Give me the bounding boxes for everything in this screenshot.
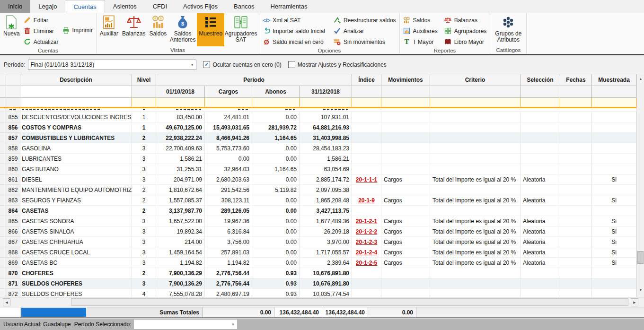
column-header-fechas[interactable]: Fechas	[560, 74, 592, 86]
tab-asientos[interactable]: Asientos	[105, 0, 145, 13]
table-row[interactable]: 855DESCUENTOS/DEVOLUCIONES INGRESOS183,4…	[0, 112, 636, 122]
column-header-criterio[interactable]: Criterio	[430, 74, 520, 86]
tab-inicio[interactable]: Inicio	[0, 0, 30, 13]
column-header-saldo-final[interactable]: 31/12/2018	[300, 86, 352, 98]
muestreo-button[interactable]: Muestreo	[197, 13, 224, 46]
column-header-descripcion[interactable]: Descripción	[20, 74, 132, 86]
balanzas-button[interactable]: Balanzas	[120, 13, 147, 46]
reporte-saldos-button[interactable]: Saldos	[401, 15, 440, 26]
table-row[interactable]: 865CASETAS SONORA31,657,522.0019,967.360…	[0, 216, 636, 226]
filter-cell-descripcion[interactable]	[20, 98, 132, 108]
table-row[interactable]: 871SUELDOS CHOFERES37,900,136.292,776,75…	[0, 278, 636, 289]
tab-herramientas[interactable]: Herramientas	[262, 0, 315, 13]
table-row[interactable]: 868CASETAS CRUCE LOCAL31,459,164.54257,8…	[0, 247, 636, 258]
table-row[interactable]: 861DIESEL3204,971.092,680,203.630.002,88…	[0, 174, 636, 185]
filter-cell-seleccion[interactable]	[520, 98, 560, 108]
table-row[interactable]: 859LUBRICANTES31,586.210.000.001,586.21	[0, 154, 636, 164]
hide-zero-accounts-checkbox[interactable]: ✓ Ocultar cuentas en cero (0)	[203, 61, 281, 68]
tab-cuentas[interactable]: Cuentas	[65, 0, 105, 13]
group-label-reportes: Reportes	[401, 47, 489, 54]
table-row[interactable]: 864CASETAS23,137,987.70289,126.050.003,4…	[0, 206, 636, 216]
scroll-down-button[interactable]: ▼	[637, 286, 644, 294]
saldos-anteriores-button[interactable]: $ Saldos Anteriores	[168, 13, 197, 46]
filter-cell-cargos[interactable]	[205, 98, 252, 108]
filter-cell-muestreada[interactable]	[592, 98, 636, 108]
reporte-libro-mayor-button[interactable]: Libro Mayor	[442, 36, 489, 47]
actualizar-button[interactable]: Actualizar	[22, 36, 61, 47]
sin-movimientos-button[interactable]: Sin movimientos	[332, 36, 398, 47]
filter-cell-fechas[interactable]	[560, 98, 592, 108]
auxiliar-button[interactable]: Auxiliar	[98, 13, 120, 46]
analizar-button[interactable]: Analizar	[332, 26, 398, 36]
filter-cell-movimientos[interactable]	[381, 98, 430, 108]
group-label-opciones: Opciones	[261, 47, 397, 54]
tab-bancos[interactable]: Bancos	[226, 0, 262, 13]
tab-cfdi[interactable]: CFDI	[145, 0, 175, 13]
reporte-agrupadores-button[interactable]: Agrupadores	[442, 26, 489, 36]
table-row[interactable]: 872SUELDOS CHOFERES47,555,078.282,480,69…	[0, 289, 636, 297]
scroll-left-button[interactable]: ◀	[3, 298, 10, 306]
chevron-down-icon: ▾	[229, 322, 237, 327]
xml-al-sat-button[interactable]: </> Xml al SAT	[261, 15, 327, 26]
saldo-inicial-en-cero-button[interactable]: Ø Saldo inicial en cero	[261, 36, 327, 47]
horizontal-scrollbar[interactable]: ◀ ▶	[0, 297, 644, 307]
column-header-abonos[interactable]: Abonos	[252, 86, 300, 98]
ribbon-group-catalogos: Grupos de Atributos Catálogos	[490, 13, 527, 54]
filter-cell-abonos[interactable]	[252, 98, 300, 108]
column-header-periodo[interactable]: Período	[156, 74, 352, 86]
tab-activos-fijos[interactable]: Activos Fijos	[175, 0, 226, 13]
nueva-button[interactable]: Nueva	[1, 13, 22, 46]
table-row[interactable]: 857COMBUSTIBLES Y LUBRICANTES222,938,222…	[0, 133, 636, 143]
table-row[interactable]: 856COSTOS Y COMPRAS149,670,125.0015,493,…	[0, 122, 636, 133]
code-tags-icon: </>	[263, 17, 270, 24]
show-adjustments-checkbox[interactable]: Mostrar Ajustes y Reclasificaciones	[288, 61, 387, 68]
horizontal-scrollbar-thumb[interactable]	[71, 298, 628, 306]
reestructurar-saldos-button[interactable]: Reestructurar saldos	[332, 15, 398, 26]
filter-cell-saldo-inicial[interactable]	[156, 98, 205, 108]
vertical-scrollbar-thumb[interactable]	[637, 251, 644, 264]
agrupadores-sat-button[interactable]: Agrupadores SAT	[224, 13, 257, 46]
grouped-documents-icon	[234, 15, 248, 29]
table-row[interactable]: 862MANTENIMIENTO EQUIPO AUTOMOTRIZ21,810…	[0, 185, 636, 195]
grupos-de-atributos-button[interactable]: Grupos de Atributos	[492, 13, 525, 46]
table-row[interactable]: 866CASETAS SINALOA319,892.346,316.840.00…	[0, 226, 636, 237]
column-header-cargos[interactable]: Cargos	[205, 86, 252, 98]
grid-header-row-1: Descripción Nivel Período Índice Movimie…	[0, 74, 636, 86]
filter-cell-criterio[interactable]	[430, 98, 520, 108]
tab-legajo[interactable]: Legajo	[30, 0, 65, 13]
table-row[interactable]: 858GASOLINA322,700,409.635,753,773.600.0…	[0, 143, 636, 154]
table-row[interactable]: 860GAS BUTANO331,255.3132,964.031,164.65…	[0, 164, 636, 174]
accounts-grid: Descripción Nivel Período Índice Movimie…	[0, 74, 636, 297]
vertical-scrollbar[interactable]: ▲ ▼	[636, 74, 644, 297]
column-header-seleccion[interactable]: Selección	[520, 74, 560, 86]
column-header-saldo-inicial[interactable]: 01/10/2018	[156, 86, 205, 98]
filter-cell-indice[interactable]	[352, 98, 381, 108]
scroll-up-button[interactable]: ▲	[637, 75, 644, 83]
column-header-nivel[interactable]: Nivel	[132, 74, 156, 86]
period-select[interactable]: Final (01/10/18-31/12/18) ▾	[28, 60, 196, 70]
scroll-right-button[interactable]: ▶	[631, 298, 638, 306]
column-header-muestreada[interactable]: Muestreada	[592, 74, 636, 86]
imprimir-button[interactable]: Imprimir	[60, 25, 94, 36]
table-row-clipped[interactable]	[0, 108, 636, 112]
table-row[interactable]: 867CASETAS CHIHUAHUA3214.003,756.000.003…	[0, 237, 636, 247]
eliminar-button[interactable]: Eliminar	[22, 26, 61, 36]
ribbon-group-vistas: Auxiliar Balanzas $$ Saldos $ Saldos Ant…	[97, 13, 259, 54]
table-row[interactable]: 869CASETAS BC31,194.821,194.820.002,389.…	[0, 258, 636, 268]
reporte-auxiliares-button[interactable]: Auxiliares	[401, 26, 440, 36]
importar-saldo-inicial-button[interactable]: Importar saldo Inicial	[261, 26, 327, 36]
totals-row: Sumas Totales 0.00 136,432,484.40 136,43…	[0, 307, 644, 318]
dot-cluster-icon	[501, 15, 515, 29]
reporte-t-mayor-button[interactable]: T T Mayor	[401, 36, 440, 47]
column-header-indice[interactable]: Índice	[352, 74, 381, 86]
saldos-button[interactable]: $$ Saldos	[147, 13, 168, 46]
list-icon	[203, 15, 218, 29]
filter-cell-saldo-final[interactable]	[300, 98, 352, 108]
editar-button[interactable]: Editar	[22, 15, 61, 26]
status-period-select[interactable]: ▾	[134, 320, 237, 329]
table-row[interactable]: 870CHOFERES27,900,136.292,776,756.440.93…	[0, 268, 636, 278]
table-row[interactable]: 863SEGUROS Y FIANZAS21,557,085.37308,123…	[0, 195, 636, 206]
filter-cell-nivel[interactable]	[132, 98, 156, 108]
column-header-movimientos[interactable]: Movimientos	[381, 74, 430, 86]
reporte-balanzas-button[interactable]: Balanzas	[442, 15, 489, 26]
